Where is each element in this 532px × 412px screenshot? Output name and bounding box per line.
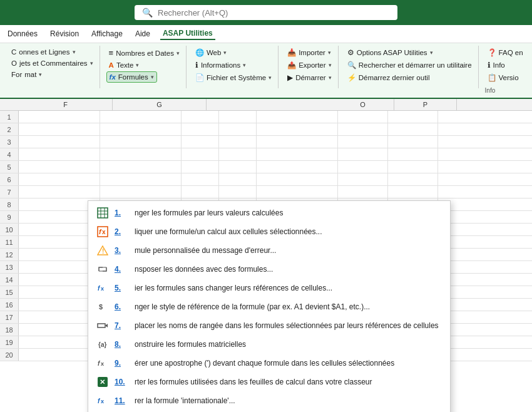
menu-aide[interactable]: Aide [133,28,153,39]
table-cell[interactable] [219,136,257,148]
btn-texte[interactable]: A Texte ▾ [106,60,142,70]
table-cell[interactable] [100,123,182,135]
btn-web[interactable]: 🌐 Web ▾ [193,47,229,58]
btn-fichier-systeme[interactable]: 📄 Fichier et Système ▾ [193,72,274,83]
column-headers: F G O P [0,99,532,111]
table-row[interactable]: 2 [0,123,532,136]
table-cell[interactable] [100,136,182,148]
table-cell[interactable] [182,111,219,123]
table-cell[interactable] [338,136,388,148]
svg-text:$: $ [99,303,103,311]
item-text: ier les formules sans changer leurs réfé… [135,284,332,292]
dropdown-item[interactable]: 4.nsposer les données avec des formules.… [88,260,450,279]
table-cell[interactable] [338,123,388,135]
table-cell[interactable] [182,148,219,160]
table-cell[interactable] [219,111,257,123]
dropdown-item[interactable]: !3.mule personnalisée du message d'erreu… [88,241,450,260]
btn-options-asap[interactable]: ⚙ Options ASAP Utilities ▾ [345,47,436,58]
btn-nombres-dates[interactable]: ≡ Nombres et Dates ▾ [106,47,182,59]
table-cell[interactable] [100,111,182,123]
table-cell[interactable] [338,186,388,198]
table-cell[interactable] [182,136,219,148]
table-cell[interactable] [219,123,257,135]
btn-rechercher-utilitaire[interactable]: 🔍 Rechercher et démarrer un utilitaire [345,59,474,71]
table-cell[interactable] [257,111,338,123]
table-cell[interactable] [257,161,338,173]
search-input[interactable] [158,8,390,18]
item-text: nger le style de référence de la formule… [135,302,370,311]
table-cell[interactable] [388,161,438,173]
btn-informations[interactable]: ℹ Informations ▾ [193,59,248,71]
btn-demarrez-dernier[interactable]: ⚡ Démarrez dernier outil [345,72,432,83]
dropdown-item[interactable]: {a}8.onstruire les formules matricielles [88,335,450,354]
table-cell[interactable] [182,186,219,198]
btn-info[interactable]: ℹ Info [485,59,508,71]
table-cell[interactable] [338,148,388,160]
btn-demarrer[interactable]: ▶ Démarrer ▾ [285,72,334,83]
table-cell[interactable] [388,173,438,185]
table-cell[interactable] [388,111,438,123]
row-number: 13 [0,261,19,273]
table-cell[interactable] [182,173,219,185]
btn-importer[interactable]: 📥 Importer ▾ [285,47,334,58]
table-cell[interactable] [19,186,100,198]
dropdown-item[interactable]: fx5.ier les formules sans changer leurs … [88,279,450,297]
dropdown-item[interactable]: $6.nger le style de référence de la form… [88,297,450,316]
dropdown-item[interactable]: 1.nger les formules par leurs valeurs ca… [88,203,450,222]
table-cell[interactable] [100,148,182,160]
table-cell[interactable] [19,123,100,135]
table-row[interactable]: 3 [0,136,532,148]
table-row[interactable]: 4 [0,148,532,161]
table-cell[interactable] [19,173,100,185]
table-cell[interactable] [257,148,338,160]
table-cell[interactable] [257,186,338,198]
dropdown-item[interactable]: ✕10.rter les formules utilisées dans les… [88,373,450,391]
table-cell[interactable] [257,173,338,185]
table-row[interactable]: 7 [0,186,532,198]
btn-format[interactable]: Format▾ [9,70,44,80]
table-cell[interactable] [388,148,438,160]
dropdown-item[interactable]: fx9.érer une apostrophe (') devant chaqu… [88,354,450,373]
dropdown-item[interactable]: 7.placer les noms de rangée dans les for… [88,316,450,335]
table-cell[interactable] [19,161,100,173]
table-cell[interactable] [100,186,182,198]
table-cell[interactable] [219,173,257,185]
btn-version[interactable]: 📋 Versio [485,72,521,83]
table-cell[interactable] [219,148,257,160]
table-cell[interactable] [338,161,388,173]
table-cell[interactable] [19,136,100,148]
menu-revision[interactable]: Révision [48,28,81,39]
btn-faq[interactable]: ❓ FAQ en [485,47,526,58]
search-bar[interactable]: 🔍 [135,5,397,20]
btn-exporter[interactable]: 📤 Exporter ▾ [285,59,334,71]
menu-affichage[interactable]: Affichage [89,28,125,39]
table-cell[interactable] [182,123,219,135]
table-cell[interactable] [338,173,388,185]
table-row[interactable]: 6 [0,173,532,186]
table-row[interactable]: 1 [0,111,532,123]
table-cell[interactable] [100,161,182,173]
menu-donnees[interactable]: Données [5,28,40,39]
table-cell[interactable] [257,123,338,135]
table-cell[interactable] [219,186,257,198]
table-row[interactable]: 5 [0,161,532,173]
excel-icon: ✕ [97,376,108,388]
item-text: mule personnalisée du message d'erreur..… [135,246,276,255]
dropdown-item[interactable]: fx2.liquer une formule/un calcul aux cel… [88,222,450,241]
table-cell[interactable] [388,123,438,135]
table-cell[interactable] [19,111,100,123]
table-cell[interactable] [182,161,219,173]
dropdown-item[interactable]: fx11.rer la formule 'internationale'... [88,391,450,410]
btn-objets-commentaires[interactable]: Ojets et Commentaires▾ [9,58,96,68]
menu-asap[interactable]: ASAP Utilities [160,28,215,40]
table-cell[interactable] [257,136,338,148]
btn-formules[interactable]: fx Formules ▾ [106,71,157,83]
table-cell[interactable] [388,186,438,198]
table-cell[interactable] [219,161,257,173]
table-cell[interactable] [100,173,182,185]
table-cell[interactable] [388,136,438,148]
btn-colonnes-lignes[interactable]: Connes et Lignes▾ [9,47,78,57]
table-cell[interactable] [19,148,100,160]
table-cell[interactable] [338,111,388,123]
ribbon-group-web: 🌐 Web ▾ ℹ Informations ▾ 📄 Fichier et Sy… [189,46,279,88]
